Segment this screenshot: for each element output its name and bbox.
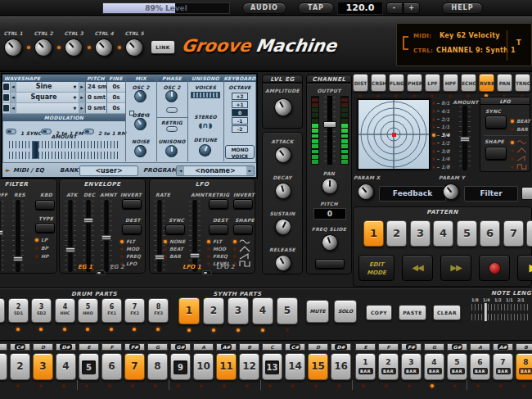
record-button[interactable] [479,255,510,281]
chevron-down-icon[interactable]: ▼ [71,82,79,92]
ctrl3-knob[interactable] [61,34,86,60]
fx-phsr-button[interactable]: PHSR [407,74,422,92]
dec-slider[interactable] [83,201,94,271]
edit-mode-button[interactable]: EDIT MODE [358,255,394,281]
clear-button[interactable]: CLEAR [433,305,461,320]
drum-7-button[interactable]: 7FX2 [124,298,145,323]
slider-handle[interactable] [32,141,38,159]
tap-button[interactable]: TAP [298,2,334,14]
synth-1-button[interactable]: 1 [178,297,200,324]
env-amnt-slider[interactable] [101,201,112,271]
wave-next-button[interactable]: ▸ [79,82,85,92]
pattern-4-button[interactable]: 4 [433,220,453,247]
octave-zero-button[interactable]: 0 [232,109,248,116]
xy-pad[interactable] [358,99,430,170]
phase-unisono-knob[interactable] [165,145,178,157]
slider-handle[interactable] [484,302,488,322]
fader-handle[interactable] [323,121,336,128]
step-1-button-partial[interactable] [0,353,7,380]
chevron-down-icon[interactable]: ▼ [71,93,79,102]
rate-1-1[interactable]: 1/1 [432,124,457,130]
copy-button[interactable]: COPY [366,305,392,320]
lfo-dest-button[interactable] [209,224,228,234]
phase-retrig-button[interactable] [166,126,178,132]
kbd-button[interactable] [35,200,55,210]
step-15-button-active[interactable]: 15 [308,353,328,380]
atk-slider[interactable] [65,201,76,271]
rate-1-2[interactable]: 1/2 [432,140,457,147]
lfo-invert-button[interactable] [233,199,253,209]
bar-8-button-active[interactable]: 8BAR [516,353,532,380]
cutoff-slider[interactable] [0,201,4,271]
play-button[interactable]: ▶ [517,255,532,281]
tempo-minus-button[interactable]: - [386,2,403,14]
pattern-3-button[interactable]: 3 [410,220,431,247]
osc3-fine-value[interactable]: 0s [106,103,125,113]
output-fader[interactable] [324,97,336,164]
bank-select[interactable]: <user> [79,165,138,176]
step-6-button[interactable]: 6 [101,353,122,380]
step-16-button[interactable]: 16 [331,353,351,380]
step-14-button[interactable]: 14 [285,353,305,380]
program-prev-button[interactable]: ◄ [177,166,184,175]
pattern-6-button[interactable]: 6 [480,220,500,247]
freq-slide-knob[interactable] [319,232,340,253]
audio-button[interactable]: AUDIO [242,2,286,14]
osc2-fine-value[interactable]: 0s [106,93,125,102]
step-2-button[interactable]: 2 [10,353,30,380]
eg1-label[interactable]: EG 1 [78,264,92,270]
step-11-button-active[interactable]: 11 [216,353,237,380]
fx-echo-button[interactable]: ECHO [461,74,476,92]
osc2-pitch-value[interactable]: 0 smt [85,93,106,102]
bar-4-button[interactable]: 4BAR [424,353,444,380]
sustain-knob[interactable] [273,216,295,238]
pattern-7-button[interactable]: 7 [503,220,524,247]
solo-button[interactable]: SOLO [334,300,357,323]
step-12-button[interactable]: 12 [239,353,259,380]
fx-lpf-button[interactable]: LPF [425,74,440,92]
synth-5-button[interactable]: 5 [277,297,298,324]
env-invert-button[interactable] [122,199,142,209]
mono-voice-button[interactable]: MONO VOICE [225,145,255,159]
release-knob[interactable] [272,252,294,274]
voices-slider[interactable] [191,92,220,98]
drum-8-button[interactable]: 8FX3 [148,298,169,323]
osc3-pitch-value[interactable]: 0 smt [85,103,106,113]
amplitude-knob[interactable] [271,95,295,120]
mute-button[interactable]: MUTE [306,300,329,323]
program-next-button[interactable]: ► [246,166,254,175]
drum-1-button-partial[interactable] [0,298,5,323]
chevron-down-icon[interactable]: ▼ [71,103,79,113]
fx-shape-button[interactable] [485,147,507,160]
lfo-switch[interactable] [202,270,212,275]
mix-noise-knob[interactable] [132,143,149,160]
note-length-slider[interactable]: 1/8 1/4 1/2 1/1 2/1 [471,297,530,325]
drum-5-button[interactable]: 5HHO [78,298,98,323]
wave-next-button[interactable]: ▸ [79,93,85,102]
level-field[interactable]: 89% Level [102,2,230,14]
rewind-button[interactable]: ◀◀ [402,255,433,281]
fx-amount-slider[interactable] [459,107,471,170]
fx-sync-button[interactable] [485,116,507,129]
fx-dist-button[interactable]: DIST [353,74,368,92]
step-5-button-accent[interactable]: 5 [79,353,99,380]
bar-5-button[interactable]: 5BAR [447,353,467,380]
mod-amount-slider[interactable] [9,141,120,159]
synth-3-button[interactable]: 3 [228,297,249,324]
osc1-pitch-value[interactable]: 24 sm [85,82,106,92]
fx-crsh-button[interactable]: CRSH [371,74,386,92]
program-select[interactable]: ◄ <noname> ► [176,165,255,176]
bar-6-button[interactable]: 6BAR [470,353,490,380]
drum-2-button[interactable]: 2SD1 [8,298,29,323]
tempo-display[interactable]: 120.0 [337,2,383,15]
synth-2-button[interactable]: 2 [203,297,224,324]
rate-3-8[interactable]: 3/8 [432,148,457,155]
osc1-wave-select[interactable]: Sine [16,82,71,92]
bar-2-button[interactable]: 2BAR [378,353,399,380]
eg-switch[interactable] [96,270,106,275]
decay-knob[interactable] [273,181,293,201]
pan-knob[interactable] [322,178,338,194]
rate-1-8[interactable]: 1/8 [432,164,457,170]
forward-button[interactable]: ▶▶ [440,255,471,281]
phase-osc2-knob[interactable] [165,90,178,102]
